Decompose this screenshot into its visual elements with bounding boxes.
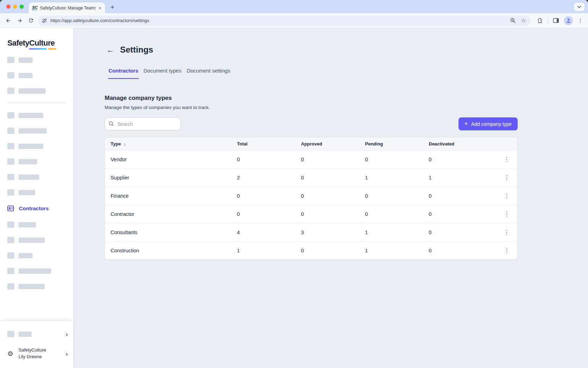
skeleton-icon <box>7 252 14 259</box>
fullscreen-window-button[interactable] <box>20 5 24 9</box>
logo-text-safety: Safety <box>7 39 29 47</box>
back-button[interactable] <box>3 15 14 26</box>
skeleton-bar <box>19 73 33 78</box>
sidebar-skeleton-item <box>7 237 73 243</box>
sidebar-skeleton-item <box>7 222 73 228</box>
skeleton-icon <box>7 331 14 337</box>
table-row: Contractor 0 0 0 0 ⋮ <box>105 205 517 223</box>
cell-deactivated: 0 <box>429 157 498 162</box>
table-row: Construction 1 0 1 0 ⋮ <box>105 241 517 259</box>
cell-pending: 1 <box>365 175 429 180</box>
table-row: Finance 0 0 0 0 ⋮ <box>105 186 517 205</box>
skeleton-bar <box>19 190 35 195</box>
tab-document-types[interactable]: Document types <box>143 68 182 79</box>
browser-tab[interactable]: SC SafetyCulture: Manage Teams and... × <box>29 2 105 13</box>
cell-deactivated: 1 <box>429 175 498 180</box>
search-icon <box>108 121 114 127</box>
url-bar[interactable]: https://app.safetyculture.com/contractor… <box>38 15 531 26</box>
row-menu-button[interactable]: ⋮ <box>502 210 512 218</box>
cell-pending: 0 <box>365 211 429 217</box>
cell-approved: 0 <box>301 193 365 199</box>
skeleton-bar <box>19 253 33 258</box>
sidebar-skeleton-item <box>7 143 73 149</box>
column-header-deactivated: Deactivated <box>429 141 498 146</box>
tab-search-button[interactable] <box>574 3 584 11</box>
forward-button[interactable] <box>14 15 25 26</box>
sidebar-item-contractors[interactable]: Contractors <box>7 204 73 212</box>
search-box <box>105 117 181 130</box>
url-text: https://app.safetyculture.com/contractor… <box>50 18 149 23</box>
skeleton-icon <box>7 189 14 196</box>
profile-avatar[interactable] <box>564 16 573 25</box>
close-window-button[interactable] <box>6 5 10 9</box>
row-menu-button[interactable]: ⋮ <box>502 247 512 254</box>
chevron-right-icon: › <box>65 330 69 338</box>
new-tab-button[interactable]: + <box>108 3 117 12</box>
cell-total: 2 <box>237 175 301 180</box>
row-menu-button[interactable]: ⋮ <box>502 229 512 236</box>
skeleton-icon <box>7 128 14 134</box>
sidebar-skeleton-item <box>7 158 73 165</box>
column-header-total: Total <box>237 141 301 146</box>
settings-tabs: Contractors Document types Document sett… <box>105 68 518 79</box>
sidebar-item-label: Contractors <box>19 205 49 211</box>
cell-deactivated: 0 <box>429 230 498 235</box>
row-menu-button[interactable]: ⋮ <box>502 156 512 163</box>
row-menu-button[interactable]: ⋮ <box>502 174 512 181</box>
app-body: SafetyCulture Contractors <box>0 28 588 368</box>
cell-approved: 0 <box>301 248 365 253</box>
bookmark-star-icon[interactable]: ☆ <box>521 18 526 23</box>
table-header-row: Type ↓ Total Approved Pending Deactivate… <box>105 137 517 150</box>
sidebar-skeleton-item <box>7 57 73 63</box>
account-settings-row[interactable]: ⚙ SafetyCulture Lily Greene › <box>7 347 69 360</box>
cell-type: Construction <box>111 248 237 253</box>
sidebar-skeleton-item <box>7 88 73 94</box>
cell-approved: 3 <box>301 230 365 235</box>
sidebar-skeleton-item <box>7 252 73 259</box>
safetyculture-logo: SafetyCulture <box>0 28 73 48</box>
sidebar-skeleton-item <box>7 174 73 180</box>
cell-type: Supplier <box>111 175 237 180</box>
reload-button[interactable] <box>25 15 36 26</box>
tab-contractors[interactable]: Contractors <box>108 68 139 79</box>
skeleton-bar <box>19 57 33 63</box>
skeleton-icon <box>7 158 14 165</box>
table-controls: + Add company type <box>105 117 518 130</box>
sidebar-divider <box>7 103 66 103</box>
back-arrow-button[interactable]: ← <box>107 46 114 54</box>
side-panel-icon[interactable] <box>553 17 559 24</box>
tab-document-settings[interactable]: Document settings <box>186 68 230 79</box>
cell-total: 0 <box>237 157 301 162</box>
extensions-icon[interactable] <box>537 17 543 24</box>
add-company-type-button[interactable]: + Add company type <box>458 117 518 130</box>
column-header-type[interactable]: Type ↓ <box>111 141 237 146</box>
browser-menu-icon[interactable]: ⋮ <box>578 17 583 24</box>
add-button-label: Add company type <box>471 121 512 127</box>
skeleton-icon <box>7 112 14 118</box>
tab-close-icon[interactable]: × <box>98 5 102 11</box>
zoom-icon[interactable] <box>510 18 516 23</box>
minimize-window-button[interactable] <box>13 5 17 9</box>
cell-type: Contractor <box>111 211 237 217</box>
sidebar-skeleton-item <box>7 112 73 118</box>
sidebar-footer-skeleton-row[interactable]: › <box>7 330 69 338</box>
table-row: Vendor 0 0 0 0 ⋮ <box>105 150 517 168</box>
forward-arrow-icon <box>16 18 23 24</box>
toolbar-actions: ⋮ <box>534 16 585 25</box>
favicon-icon: SC <box>32 6 37 10</box>
company-types-table: Type ↓ Total Approved Pending Deactivate… <box>105 137 518 260</box>
cell-total: 4 <box>237 230 301 235</box>
chevron-down-icon <box>577 6 581 8</box>
tab-strip: SC SafetyCulture: Manage Teams and... × … <box>0 0 588 13</box>
cell-approved: 0 <box>301 157 365 162</box>
cell-type: Consultants <box>111 230 237 235</box>
row-menu-button[interactable]: ⋮ <box>502 192 512 199</box>
table-row: Supplier 2 0 1 1 ⋮ <box>105 168 517 186</box>
cell-type: Vendor <box>111 157 237 162</box>
back-arrow-icon <box>5 18 12 24</box>
site-settings-icon[interactable] <box>42 18 47 23</box>
user-name: Lily Greene <box>19 354 42 359</box>
search-input[interactable] <box>105 117 181 130</box>
cell-total: 1 <box>237 248 301 253</box>
column-header-pending: Pending <box>365 141 429 146</box>
